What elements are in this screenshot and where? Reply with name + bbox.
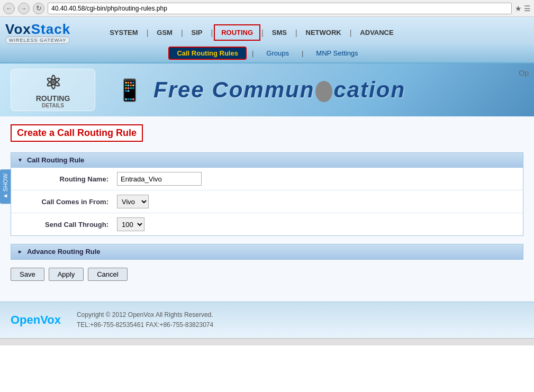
routing-label: ROUTING — [36, 94, 70, 103]
sub-nav: Call Routing Rules | Groups | MNP Settin… — [0, 44, 534, 62]
subnav-call-routing-rules[interactable]: Call Routing Rules — [168, 47, 247, 60]
footer: OpenVox Copyright © 2012 OpenVox All Rig… — [0, 302, 534, 338]
show-hide-label: ► SHOW — [2, 174, 8, 199]
button-row: Save Apply Cancel — [11, 268, 523, 281]
routing-name-label: Routing Name: — [11, 175, 117, 183]
footer-contact: TEL:+86-755-82535461 FAX:+86-755-8382307… — [77, 320, 213, 330]
refresh-button[interactable]: ↻ — [33, 3, 44, 14]
footer-logo-vox: Vox — [40, 313, 61, 326]
logo-subtitle: Wireless Gateway — [5, 37, 70, 44]
top-nav: VoxStack Wireless Gateway SYSTEM | GSM |… — [0, 17, 534, 63]
expand-arrow: ► — [17, 249, 23, 254]
atom-icon: ⚛ — [44, 72, 61, 94]
advance-routing-title: Advance Routing Rule — [27, 248, 101, 256]
main-content: Create a Call Routing Rule ▼ Call Routin… — [0, 116, 534, 302]
call-routing-rule-title: Call Routing Rule — [27, 156, 84, 164]
nav-network[interactable]: NETWORK — [298, 24, 349, 41]
banner-op: Op — [519, 69, 529, 77]
save-button[interactable]: Save — [11, 268, 44, 281]
nav-gsm[interactable]: GSM — [149, 24, 180, 41]
send-call-through-row: Send Call Through: 100 200 300 — [11, 213, 523, 235]
subnav-groups[interactable]: Groups — [259, 48, 296, 59]
cancel-button[interactable]: Cancel — [88, 268, 127, 281]
nav-advance[interactable]: ADVANCE — [352, 24, 401, 41]
call-routing-rule-body: Routing Name: Call Comes in From: Vivo S… — [11, 168, 523, 235]
call-comes-from-row: Call Comes in From: Vivo SIP GSM All — [11, 190, 523, 213]
call-comes-from-select[interactable]: Vivo SIP GSM All — [117, 195, 149, 208]
banner-text: Free Communcation — [153, 77, 405, 103]
advance-routing-section: ► Advance Routing Rule — [11, 244, 523, 260]
nav-system[interactable]: SYSTEM — [102, 24, 145, 41]
nav-sms[interactable]: SMS — [265, 24, 294, 41]
logo-area: VoxStack Wireless Gateway — [5, 21, 70, 44]
send-call-through-select[interactable]: 100 200 300 — [117, 217, 144, 231]
forward-button[interactable]: → — [18, 3, 30, 14]
footer-copyright: Copyright © 2012 OpenVox All Rights Rese… — [77, 310, 213, 320]
routing-banner-box: ⚛ ROUTING DETAILS — [11, 69, 95, 111]
call-comes-from-label: Call Comes in From: — [11, 198, 117, 206]
bookmark-icon[interactable]: ★ — [515, 4, 522, 13]
back-button[interactable]: ← — [3, 3, 15, 14]
call-routing-rule-header[interactable]: ▼ Call Routing Rule — [11, 153, 523, 168]
horizontal-scrollbar[interactable] — [0, 338, 534, 345]
nav-routing[interactable]: ROUTING — [214, 24, 260, 41]
menu-icon[interactable]: ☰ — [524, 4, 531, 13]
banner: ⚛ ROUTING DETAILS 📱 Free Communcation Op — [0, 63, 534, 116]
address-bar[interactable] — [48, 3, 512, 14]
logo-vox: Vox — [5, 21, 31, 37]
logo: VoxStack — [5, 21, 70, 38]
browser-bar: ← → ↻ ★ ☰ — [0, 0, 534, 17]
subnav-mnp-settings[interactable]: MNP Settings — [309, 48, 365, 59]
call-routing-rule-section: ▼ Call Routing Rule Routing Name: Call C… — [11, 152, 523, 236]
main-nav: SYSTEM | GSM | SIP | ROUTING | SMS | NET… — [102, 24, 523, 41]
routing-sub: DETAILS — [42, 103, 64, 108]
footer-text: Copyright © 2012 OpenVox All Rights Rese… — [77, 310, 213, 330]
show-hide-tab[interactable]: ► SHOW — [0, 169, 11, 204]
send-call-through-label: Send Call Through: — [11, 221, 117, 229]
logo-stack: Stack — [31, 21, 70, 37]
nav-sip[interactable]: SIP — [184, 24, 210, 41]
routing-name-input[interactable] — [117, 172, 202, 186]
apply-button[interactable]: Apply — [49, 268, 84, 281]
advance-routing-header[interactable]: ► Advance Routing Rule — [11, 244, 523, 259]
routing-name-row: Routing Name: — [11, 168, 523, 190]
phone-icon: 📱 — [116, 78, 143, 103]
footer-logo: OpenVox — [11, 313, 61, 327]
page-title: Create a Call Routing Rule — [11, 124, 143, 142]
collapse-arrow: ▼ — [17, 157, 23, 163]
footer-logo-open: Open — [11, 313, 40, 326]
